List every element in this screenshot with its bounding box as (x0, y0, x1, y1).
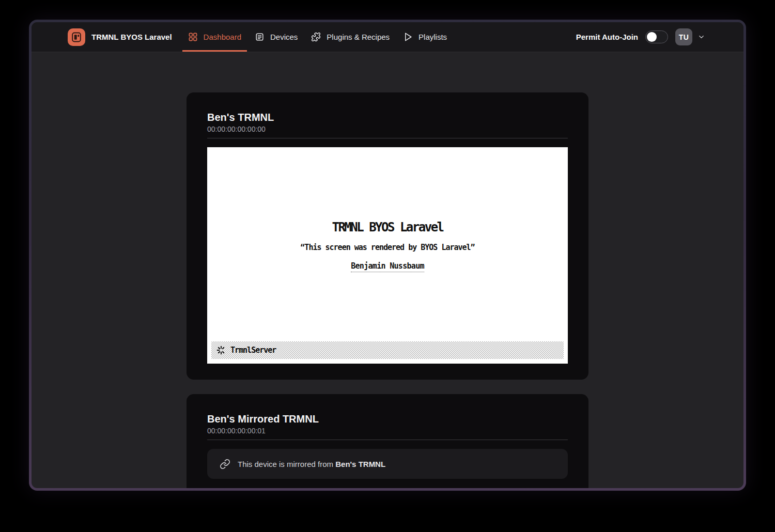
primary-nav: Dashboard Devices (182, 22, 453, 52)
window-content: TRMNL BYOS Laravel Dashboard (32, 22, 743, 488)
mirror-source-device: Ben's TRMNL (335, 460, 385, 468)
toggle-knob (647, 32, 657, 42)
nav-item-label: Dashboard (204, 33, 241, 41)
user-menu-button[interactable]: TU (675, 28, 705, 45)
screen-status-label: TrmnlServer (230, 346, 276, 355)
divider (207, 440, 568, 440)
trmnl-device-icon (71, 32, 82, 43)
notepad-icon (255, 32, 265, 42)
screen-status-bar: TrmnlServer (211, 341, 564, 359)
screen-text-block: TRMNL BYOS Laravel “This screen was rend… (207, 221, 568, 272)
device-name: Ben's TRMNL (207, 111, 568, 123)
top-navbar: TRMNL BYOS Laravel Dashboard (32, 22, 743, 52)
spinner-icon (216, 346, 226, 355)
app-window: TRMNL BYOS Laravel Dashboard (29, 20, 746, 491)
puzzle-icon (311, 32, 321, 42)
nav-item-dashboard[interactable]: Dashboard (182, 22, 247, 52)
nav-item-devices[interactable]: Devices (249, 22, 303, 52)
mirror-notice: This device is mirrored from Ben's TRMNL (207, 449, 568, 479)
screen-quote: “This screen was rendered by BYOS Larave… (207, 243, 568, 252)
device-mac-address: 00:00:00:00:00:01 (207, 426, 568, 435)
navbar-right-cluster: Permit Auto-Join TU (576, 22, 705, 52)
permit-auto-join-label: Permit Auto-Join (576, 33, 638, 41)
mirror-notice-text: This device is mirrored from Ben's TRMNL (238, 460, 385, 468)
nav-item-label: Plugins & Recipes (327, 33, 390, 41)
permit-auto-join-toggle[interactable] (645, 30, 668, 43)
device-name: Ben's Mirrored TRMNL (207, 413, 568, 425)
mirror-notice-prefix: This device is mirrored from (238, 460, 335, 468)
dashboard-content: Ben's TRMNL 00:00:00:00:00:00 TRMNL BYOS… (32, 52, 743, 488)
trmnl-logo (68, 28, 85, 46)
avatar: TU (675, 28, 692, 45)
device-mac-address: 00:00:00:00:00:00 (207, 124, 568, 134)
nav-item-label: Devices (270, 33, 298, 41)
navbar-spacer (453, 22, 576, 52)
link-icon (220, 459, 230, 470)
brand-home-link[interactable]: TRMNL BYOS Laravel (68, 22, 172, 52)
device-card-bens-mirrored-trmnl: Ben's Mirrored TRMNL 00:00:00:00:00:01 T… (187, 394, 588, 488)
brand-title: TRMNL BYOS Laravel (91, 33, 172, 41)
nav-item-label: Playlists (419, 33, 447, 41)
device-screen-preview: TRMNL BYOS Laravel “This screen was rend… (207, 147, 568, 364)
divider (207, 138, 568, 138)
grid-icon (188, 32, 198, 42)
play-icon (403, 32, 413, 42)
chevron-down-icon (698, 33, 705, 41)
nav-item-playlists[interactable]: Playlists (397, 22, 453, 52)
screen-author-link: Benjamin Nussbaum (351, 261, 424, 272)
device-card-bens-trmnl: Ben's TRMNL 00:00:00:00:00:00 TRMNL BYOS… (187, 92, 588, 380)
screen-heading: TRMNL BYOS Laravel (207, 221, 568, 234)
nav-item-plugins-recipes[interactable]: Plugins & Recipes (305, 22, 395, 52)
